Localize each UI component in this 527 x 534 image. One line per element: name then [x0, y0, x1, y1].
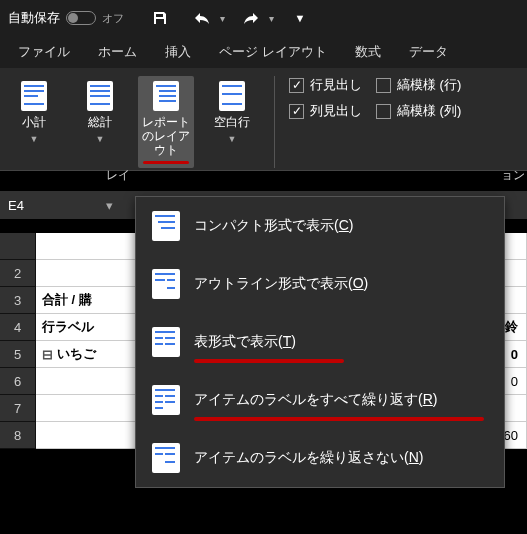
ribbon-group-left-label: レイ: [106, 167, 130, 184]
blank-rows-button[interactable]: 空白行 ▼: [204, 76, 260, 168]
repeat-labels-icon: [152, 385, 180, 415]
tab-bar: ファイル ホーム 挿入 ページ レイアウト 数式 データ: [0, 36, 527, 68]
collapse-icon[interactable]: ⊟: [42, 347, 53, 362]
col-headers-label: 列見出し: [310, 102, 362, 120]
autosave-state: オフ: [102, 11, 124, 26]
ribbon-group-right-label: ョン: [501, 167, 525, 184]
row-header[interactable]: 2: [0, 260, 36, 287]
tab-data[interactable]: データ: [395, 37, 462, 67]
chevron-down-icon: ▼: [30, 134, 39, 144]
checkbox-icon: [376, 78, 391, 93]
no-repeat-labels-icon: [152, 443, 180, 473]
row-header[interactable]: 4: [0, 314, 36, 341]
tab-formula[interactable]: 数式: [341, 37, 395, 67]
row-header[interactable]: 3: [0, 287, 36, 314]
subtotals-button[interactable]: 小計 ▼: [6, 76, 62, 168]
chevron-down-icon: ▼: [96, 134, 105, 144]
blank-corner[interactable]: [0, 233, 36, 260]
ribbon-group-style-options: ✓ 行見出し 縞模様 (行) ✓ 列見出し 縞模様 (列): [289, 76, 461, 168]
row-headers-label: 行見出し: [310, 76, 362, 94]
report-layout-button[interactable]: レポートのレイアウト: [138, 76, 194, 168]
blank-rows-icon: [219, 81, 245, 111]
checkbox-icon: ✓: [289, 78, 304, 93]
dropdown-item-label: アイテムのラベルを繰り返さない(N): [194, 449, 423, 467]
name-box[interactable]: E4: [0, 194, 100, 217]
tab-home[interactable]: ホーム: [84, 37, 151, 67]
row-header[interactable]: 5: [0, 341, 36, 368]
dropdown-item-label: 表形式で表示(T): [194, 333, 296, 351]
report-layout-icon: [153, 81, 179, 111]
dropdown-item-label: アウトライン形式で表示(O): [194, 275, 368, 293]
banded-rows-label: 縞模様 (行): [397, 76, 461, 94]
row-headers-checkbox[interactable]: ✓ 行見出し: [289, 76, 362, 94]
dropdown-item-tabular[interactable]: 表形式で表示(T): [136, 313, 504, 371]
grandtotals-button[interactable]: 総計 ▼: [72, 76, 128, 168]
dropdown-item-label: アイテムのラベルをすべて繰り返す(R): [194, 391, 437, 409]
tab-file[interactable]: ファイル: [4, 37, 84, 67]
subtotals-label: 小計: [22, 116, 46, 130]
checkbox-icon: ✓: [289, 104, 304, 119]
blank-rows-label: 空白行: [214, 116, 250, 130]
tab-insert[interactable]: 挿入: [151, 37, 205, 67]
autosave-label: 自動保存: [8, 9, 60, 27]
save-icon[interactable]: [144, 2, 176, 34]
annotation-underline: [194, 359, 344, 363]
title-bar: 自動保存 オフ ▾ ▾ ▼: [0, 0, 527, 36]
outline-form-icon: [152, 269, 180, 299]
annotation-underline: [194, 417, 484, 421]
row-header[interactable]: 6: [0, 368, 36, 395]
banded-rows-checkbox[interactable]: 縞模様 (行): [376, 76, 461, 94]
subtotals-icon: [21, 81, 47, 111]
ribbon-group-layout: 小計 ▼ 総計 ▼ レポートのレイアウト: [6, 76, 260, 168]
ribbon: 小計 ▼ 総計 ▼ レポートのレイアウト: [0, 68, 527, 171]
report-layout-dropdown: コンパクト形式で表示(C) アウトライン形式で表示(O) 表形式で表示(T): [135, 196, 505, 488]
compact-form-icon: [152, 211, 180, 241]
undo-dropdown-icon[interactable]: ▾: [220, 13, 225, 24]
separator: [274, 76, 275, 168]
name-box-dropdown-icon[interactable]: ▾: [100, 198, 118, 213]
dropdown-item-no-repeat-labels[interactable]: アイテムのラベルを繰り返さない(N): [136, 429, 504, 487]
row-header[interactable]: 7: [0, 395, 36, 422]
redo-icon[interactable]: [235, 2, 267, 34]
dropdown-item-compact[interactable]: コンパクト形式で表示(C): [136, 197, 504, 255]
checkbox-icon: [376, 104, 391, 119]
chevron-down-icon: ▼: [228, 134, 237, 144]
tab-pagelayout[interactable]: ページ レイアウト: [205, 37, 341, 67]
banded-cols-label: 縞模様 (列): [397, 102, 461, 120]
grandtotals-icon: [87, 81, 113, 111]
autosave-toggle[interactable]: 自動保存 オフ: [8, 9, 134, 27]
col-headers-checkbox[interactable]: ✓ 列見出し: [289, 102, 362, 120]
tabular-form-icon: [152, 327, 180, 357]
cell[interactable]: ⊟いちご: [36, 341, 146, 368]
banded-cols-checkbox[interactable]: 縞模様 (列): [376, 102, 461, 120]
grandtotals-label: 総計: [88, 116, 112, 130]
customize-qat-icon[interactable]: ▼: [284, 2, 316, 34]
annotation-underline: [143, 161, 190, 164]
dropdown-item-repeat-labels[interactable]: アイテムのラベルをすべて繰り返す(R): [136, 371, 504, 429]
toggle-pill: [66, 11, 96, 25]
row-header[interactable]: 8: [0, 422, 36, 449]
redo-dropdown-icon[interactable]: ▾: [269, 13, 274, 24]
row-headers-column: 2 3 4 5 6 7 8: [0, 233, 36, 449]
report-layout-label: レポートのレイアウト: [140, 116, 192, 157]
dropdown-item-label: コンパクト形式で表示(C): [194, 217, 353, 235]
undo-icon[interactable]: [186, 2, 218, 34]
cell[interactable]: 行ラベル: [36, 314, 146, 341]
cell[interactable]: 合計 / 購: [36, 287, 146, 314]
dropdown-item-outline[interactable]: アウトライン形式で表示(O): [136, 255, 504, 313]
